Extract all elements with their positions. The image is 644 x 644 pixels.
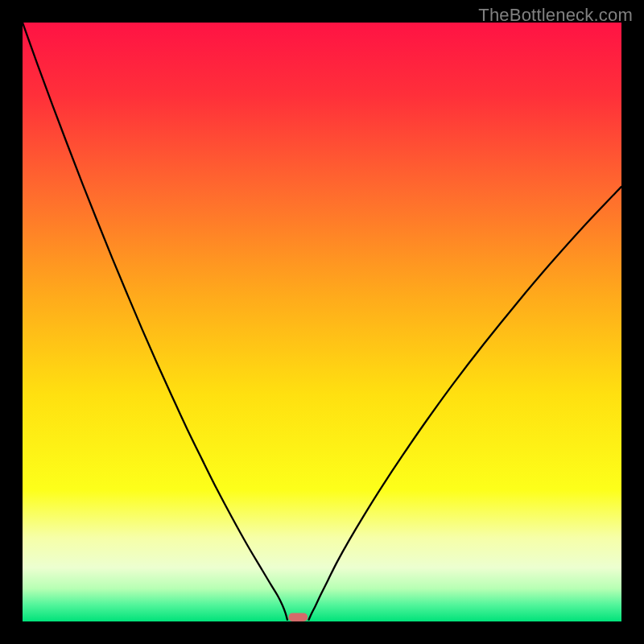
chart-svg: [23, 23, 621, 621]
watermark-label: TheBottleneck.com: [478, 5, 633, 26]
minimum-marker: [288, 613, 308, 621]
plot-area: [23, 23, 621, 621]
gradient-background: [23, 23, 621, 621]
chart-frame: TheBottleneck.com: [0, 0, 644, 644]
